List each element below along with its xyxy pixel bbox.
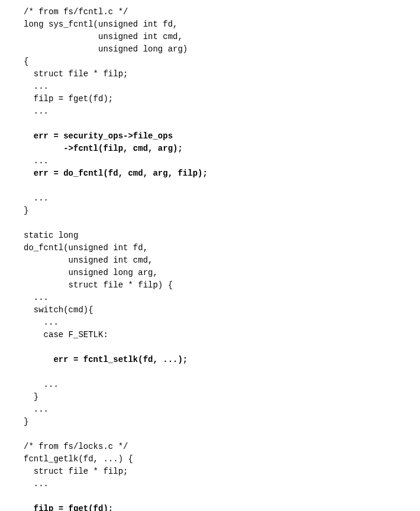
code-line: unsigned long arg, [24, 268, 158, 277]
code-line: struct file * filp; [24, 69, 128, 79]
code-line: ... [24, 156, 49, 166]
code-line: } [24, 206, 28, 215]
code-line: ... [24, 318, 59, 327]
code-line: do_fcntl(unsigned int fd, [24, 243, 148, 253]
code-line: ->fcntl(filp, cmd, arg); [24, 144, 183, 153]
code-line: long sys_fcntl(unsigned int fd, [24, 20, 177, 29]
code-line: ... [24, 193, 49, 203]
code-line: ... [24, 82, 49, 91]
code-listing: /* from fs/fcntl.c */ long sys_fcntl(uns… [0, 0, 420, 511]
code-line: unsigned long arg) [24, 44, 188, 54]
code-line: /* from fs/fcntl.c */ [24, 7, 128, 17]
code-line: unsigned int cmd, [24, 32, 183, 41]
code-line: struct file * filp) { [24, 280, 173, 290]
code-line: ... [24, 479, 49, 489]
code-line: ... [24, 293, 49, 302]
code-line: switch(cmd){ [24, 305, 93, 315]
code-line: err = security_ops->file_ops [24, 131, 173, 141]
code-line: filp = fget(fd); [24, 504, 113, 511]
code-line: fcntl_getlk(fd, ...) { [24, 454, 133, 464]
code-line: static long [24, 231, 78, 240]
code-line: filp = fget(fd); [24, 94, 113, 104]
code-line: { [24, 57, 28, 66]
code-line: unsigned int cmd, [24, 256, 153, 265]
code-line: ... [24, 106, 49, 116]
code-line: ... [24, 405, 49, 414]
code-line: err = fcntl_setlk(fd, ...); [24, 355, 188, 364]
code-line: /* from fs/locks.c */ [24, 442, 128, 451]
code-line: } [24, 417, 28, 426]
code-line: } [24, 392, 38, 402]
code-line: struct file * filp; [24, 467, 128, 476]
code-line: err = do_fcntl(fd, cmd, arg, filp); [24, 169, 208, 178]
code-line: case F_SETLK: [24, 330, 108, 339]
code-line: ... [24, 380, 59, 389]
